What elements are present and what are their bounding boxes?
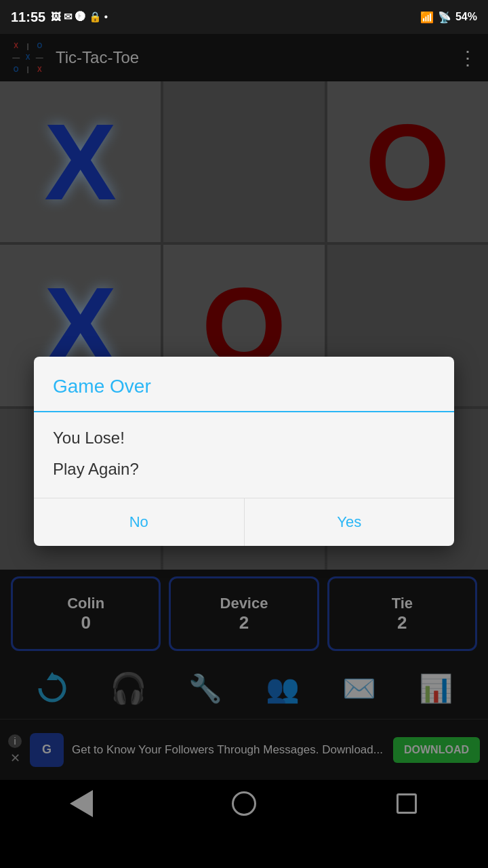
status-time: 11:55	[11, 9, 45, 25]
signal-icon: 📡	[438, 11, 451, 24]
dialog-actions: No Yes	[34, 498, 454, 546]
dialog-overlay: Game Over You Lose! Play Again? No Yes	[0, 34, 488, 868]
battery-icon: 54%	[455, 11, 477, 23]
dialog-title: Game Over	[34, 357, 454, 412]
status-bar: 11:55 🖼 ✉ 🅕 🔒 • 📶 📡 54%	[0, 0, 488, 34]
wifi-icon: 📶	[420, 11, 434, 24]
dialog-no-button[interactable]: No	[34, 498, 245, 546]
dialog-play-again: Play Again?	[53, 460, 435, 479]
dialog-body: You Lose! Play Again?	[34, 412, 454, 498]
dialog-yes-button[interactable]: Yes	[245, 498, 455, 546]
dialog-lose-message: You Lose!	[53, 429, 435, 448]
notification-icons: 🖼 ✉ 🅕 🔒 •	[51, 11, 108, 23]
game-over-dialog: Game Over You Lose! Play Again? No Yes	[34, 357, 454, 546]
